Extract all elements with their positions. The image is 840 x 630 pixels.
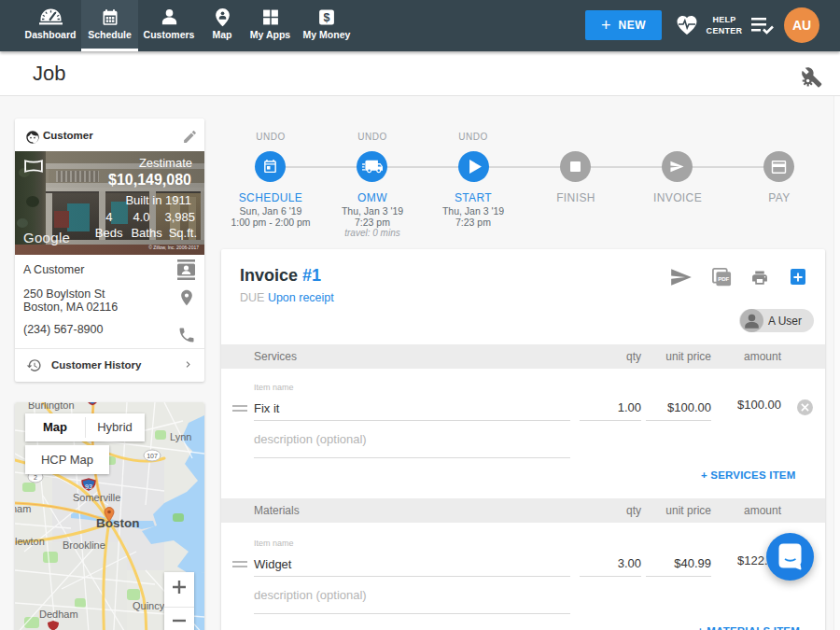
svg-text:Lynn: Lynn <box>170 431 191 442</box>
svg-text:Brookline: Brookline <box>63 539 105 551</box>
svg-text:ham: ham <box>15 503 31 514</box>
svg-text:Quincy: Quincy <box>133 600 165 611</box>
svg-text:Boston: Boston <box>96 516 140 530</box>
svg-text:Dedham: Dedham <box>39 609 78 620</box>
svg-text:Burlington: Burlington <box>28 402 75 411</box>
svg-text:107: 107 <box>147 453 158 459</box>
svg-text:Somerville: Somerville <box>73 492 120 503</box>
svg-text:2: 2 <box>34 474 37 481</box>
svg-text:$: $ <box>324 11 330 24</box>
svg-text:lewton: lewton <box>15 536 45 547</box>
svg-text:PDF: PDF <box>718 275 729 282</box>
svg-text:93: 93 <box>85 483 92 490</box>
